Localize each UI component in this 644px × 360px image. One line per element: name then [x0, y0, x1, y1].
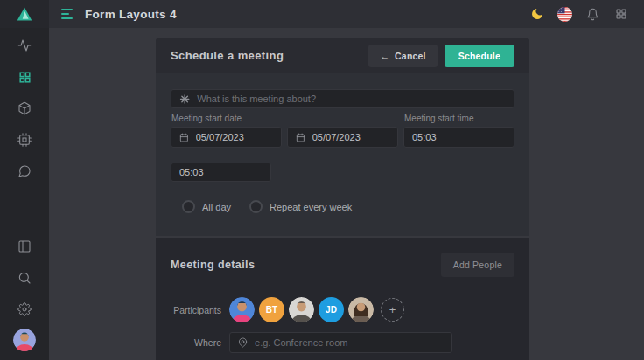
meeting-details-title: Meeting details [171, 259, 255, 271]
repeat-weekly-checkbox[interactable]: Repeat every week [249, 200, 352, 213]
where-field [229, 332, 452, 353]
schedule-meeting-card: Schedule a meeting ← Cancel Schedule Mee… [156, 38, 529, 360]
add-people-button[interactable]: Add People [441, 253, 514, 277]
meeting-topic-field [171, 89, 514, 108]
cancel-button[interactable]: ← Cancel [368, 45, 437, 67]
participant-avatar-5 [348, 297, 374, 322]
search-icon [18, 271, 32, 285]
repeat-weekly-label: Repeat every week [270, 202, 352, 212]
end-time-field [171, 163, 271, 182]
cube-icon [18, 101, 32, 115]
apps-grid-icon[interactable] [613, 7, 628, 22]
back-arrow-icon: ← [380, 51, 389, 61]
card-title: Schedule a meeting [171, 49, 284, 62]
calendar-icon [296, 132, 305, 143]
participant-avatar-4: JD [318, 297, 344, 322]
start-time-field [403, 127, 514, 148]
app-logo [0, 0, 49, 28]
topic-asterisk-icon [179, 93, 190, 105]
page-title: Form Layouts 4 [85, 8, 177, 21]
all-day-label: All day [202, 202, 231, 212]
chat-bubble-icon [18, 164, 32, 178]
cancel-button-label: Cancel [395, 51, 426, 61]
participant-avatar-2: BT [259, 297, 284, 322]
layout-panel-icon [18, 239, 32, 253]
where-input[interactable] [255, 337, 444, 348]
start-date-input-2[interactable] [312, 132, 389, 142]
sidebar-toggle-icon[interactable] [61, 7, 73, 21]
details-divider [171, 287, 514, 287]
activity-icon [18, 38, 32, 52]
start-date-field-1 [171, 127, 282, 148]
sidebar-item-settings[interactable] [0, 294, 49, 325]
sidebar-item-messages[interactable] [0, 156, 49, 187]
participant-avatar-3 [289, 297, 314, 322]
all-day-checkbox[interactable]: All day [182, 200, 231, 213]
start-time-label: Meeting start time [403, 114, 514, 127]
sidebar-item-components[interactable] [0, 93, 49, 124]
start-time-input[interactable] [412, 132, 506, 142]
sidebar-item-dashboard[interactable] [0, 30, 49, 61]
participant-avatar-1 [229, 297, 255, 322]
repeat-weekly-checkbox-circle[interactable] [249, 200, 262, 213]
meeting-topic-input[interactable] [197, 93, 506, 104]
sidebar-item-layout-panel[interactable] [0, 231, 49, 262]
schedule-button[interactable]: Schedule [444, 45, 514, 67]
language-flag-icon[interactable] [557, 7, 572, 22]
sidebar-user-avatar[interactable] [0, 325, 49, 354]
participants-row: Participants BT [171, 297, 514, 322]
where-row: Where [171, 332, 514, 353]
sidebar-nav [0, 28, 49, 360]
start-date-field-2 [287, 127, 398, 148]
sidebar-item-layouts-active[interactable] [0, 61, 49, 93]
sidebar-top-group [0, 30, 49, 187]
notifications-bell-icon[interactable] [585, 7, 600, 22]
all-day-checkbox-circle[interactable] [182, 200, 195, 213]
location-pin-icon [238, 337, 248, 348]
start-date-label: Meeting start date [171, 114, 282, 127]
where-label: Where [171, 337, 221, 348]
start-date-input-1[interactable] [196, 132, 273, 142]
dark-mode-moon-icon[interactable] [529, 7, 544, 22]
end-time-input[interactable] [179, 167, 262, 177]
schedule-form: Meeting start date Meeting start time [156, 73, 529, 236]
gear-icon [18, 302, 32, 316]
card-header: Schedule a meeting ← Cancel Schedule [156, 38, 529, 73]
participants-label: Participants [171, 305, 221, 315]
options-row: All day Repeat every week [171, 200, 514, 213]
sidebar-item-devices[interactable] [0, 124, 49, 156]
sidebar-bottom-group [0, 231, 49, 354]
calendar-icon [179, 132, 189, 143]
add-participant-button[interactable]: + [381, 298, 404, 322]
sidebar-item-search[interactable] [0, 262, 49, 294]
grid-icon [18, 71, 32, 84]
cpu-icon [18, 133, 32, 147]
user-avatar-image [13, 329, 36, 351]
meeting-details-section: Meeting details Add People Participants … [156, 238, 529, 360]
logo-triangle-icon [16, 5, 33, 23]
top-header: Form Layouts 4 [0, 0, 644, 28]
